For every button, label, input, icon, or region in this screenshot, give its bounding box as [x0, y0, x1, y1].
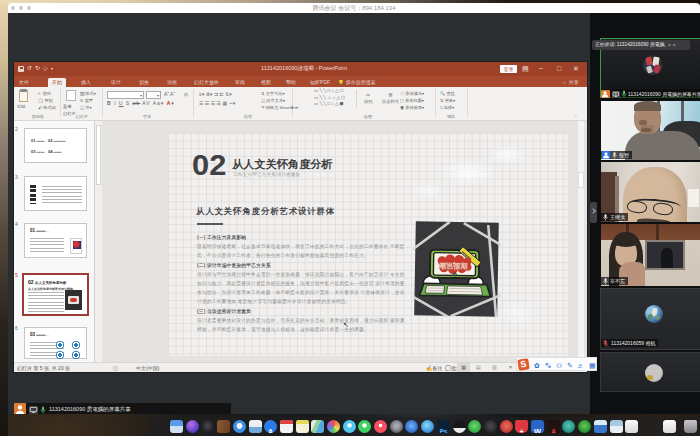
svg-text:潮岂假期: 潮岂假期 [438, 261, 468, 271]
